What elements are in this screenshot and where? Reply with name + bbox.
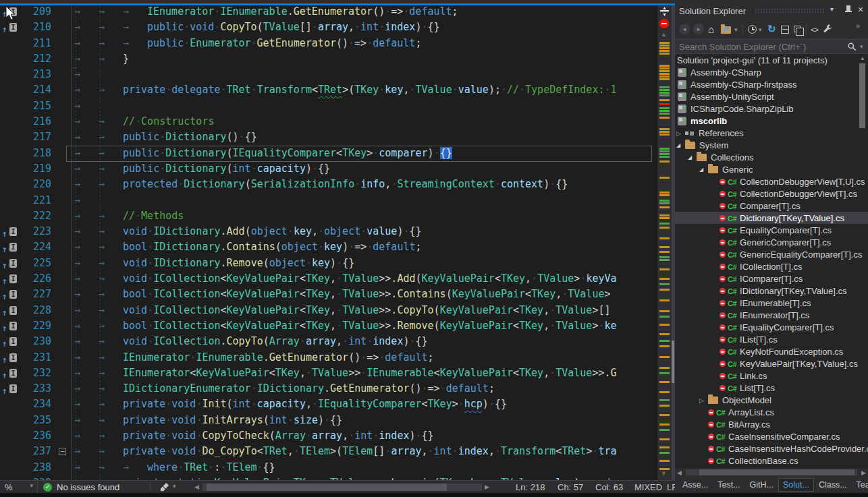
switch-views-button[interactable]: ⇄ [721,24,732,36]
code-line[interactable]: 234→→private·void·Init(int·capacity,·IEq… [0,397,657,412]
collapse-all-button[interactable] [781,24,789,36]
tree-item-file[interactable]: C#Comparer[T].cs [675,200,868,212]
tree-item-file[interactable]: C#BitArray.cs [675,418,868,430]
code-line[interactable]: 214→→private·delegate·TRet·Transform<TRe… [0,82,657,98]
tree-item-folder[interactable]: ◢System [675,139,868,151]
code-line[interactable]: ↑I230→→void·ICollection.CopyTo(Array·arr… [0,334,657,349]
tool-window-tab[interactable]: Tea... [852,478,868,492]
issues-status[interactable]: No issues found [57,482,119,492]
tree-item-folder[interactable]: ▷ObjectModel [675,394,868,406]
search-box[interactable]: Search Solution Explorer (Ctrl+¨) ▾ [675,39,868,54]
tree-item-file[interactable]: C#ICollection[T].cs [675,260,868,272]
scroll-up-icon[interactable]: ▲ [661,31,667,38]
tree-item-file[interactable]: C#IEnumerable[T].cs [675,297,868,309]
code-line[interactable]: ↑I210→→→public·void·CopyTo(TValue[]·arra… [0,20,657,35]
code-line[interactable]: 221→ [0,193,657,208]
code-line[interactable]: ↑I226→→void·ICollection<KeyValuePair<TKe… [0,271,657,287]
split-editor-grip-icon[interactable]: ▲▼ [658,6,671,18]
code-line[interactable]: ↑I233→→IDictionaryEnumerator·IDictionary… [0,381,657,397]
tree-item-file[interactable]: C#EqualityComparer[T].cs [675,224,868,236]
tree-item-file[interactable]: C#IEnumerator[T].cs [675,309,868,321]
tree-item[interactable]: mscorlib [675,115,868,127]
code-line[interactable]: ↑I209→→→IEnumerator·IEnumerable.GetEnume… [0,4,657,20]
code-line[interactable]: ↑I224→→bool·IDictionary.Contains(object·… [0,239,657,255]
toolbar-overflow-icon[interactable]: » [856,22,860,30]
tree-hscrollbar-thumb[interactable] [699,469,855,475]
expand-arrow-icon[interactable]: ▷ [676,127,685,140]
solution-explorer-header[interactable]: Solution Explorer ▾ × [675,0,868,20]
scroll-down-icon[interactable]: ▼ [661,470,667,477]
code-line[interactable]: 211→→→public·Enumerator·GetEnumerator()·… [0,36,657,51]
pending-changes-filter-button[interactable] [748,24,757,36]
view-code-button[interactable]: <> [811,24,818,36]
tree-item-file[interactable]: C#IList[T].cs [675,333,868,345]
chevron-down-icon[interactable]: ▾ [173,483,176,490]
tool-window-tab[interactable]: Test... [713,478,744,492]
tree-item[interactable]: Solution 'project-gui' (11 of 11 project… [675,54,868,66]
code-line[interactable]: 218→→public·Dictionary(IEqualityComparer… [0,146,657,161]
pin-icon[interactable] [844,5,852,15]
code-line[interactable]: 237−→→private·void·Do_CopyTo<TRet,·TElem… [0,444,657,459]
scrollbar-thumb[interactable] [672,341,674,383]
collapse-arrow-icon[interactable]: ◢ [688,152,697,164]
tree-item-file[interactable]: C#IComparer[T].cs [675,272,868,285]
code-line[interactable]: 220→→protected·Dictionary(SerializationI… [0,177,657,192]
window-position-chevron-icon[interactable]: ▾ [830,5,834,13]
scroll-left-icon[interactable]: ◀ [677,469,682,476]
tree-vertical-scrollbar[interactable]: ▲ [859,55,867,467]
tool-window-tab[interactable]: GitH... [745,478,778,492]
code-line[interactable]: 219→→public·Dictionary(int·capacity)·{} [0,161,657,177]
code-line[interactable]: ↑I228→→void·ICollection<KeyValuePair<TKe… [0,303,657,318]
tree-item[interactable]: Assembly-CSharp [675,66,868,78]
search-icon[interactable] [847,42,857,52]
scroll-up-icon[interactable]: ▲ [860,55,865,61]
code-line[interactable]: 217→→public·Dictionary()·{} [0,129,657,145]
home-button[interactable]: ⌂ [708,24,714,36]
tool-window-tab[interactable]: Asse... [678,478,713,492]
status-encoding[interactable]: MIXED [634,482,662,492]
code-line[interactable]: 213→ [0,67,657,82]
tree-item-file[interactable]: C#Link.cs [675,370,868,382]
code-line[interactable]: ↑I225→→void·IDictionary.Remove(object·ke… [0,256,657,271]
tree-item-file[interactable]: C#IDictionary[TKey,TValue].cs [675,285,868,297]
tree-item-file[interactable]: C#ArrayList.cs [675,406,868,418]
collapse-arrow-icon[interactable]: ◢ [676,140,685,152]
code-line[interactable]: 215→ [0,98,657,114]
tree-item[interactable]: Assembly-UnityScript [675,90,868,103]
collapse-arrow-icon[interactable]: ◢ [699,164,708,176]
tool-window-tab-active[interactable]: Solut... [778,478,814,492]
code-line[interactable]: ↑I231→→IEnumerator·IEnumerable.GetEnumer… [0,350,657,366]
back-button[interactable]: ◂ [679,24,690,34]
close-icon[interactable]: × [858,4,863,15]
code-line[interactable]: ↑I232→→IEnumerator<KeyValuePair<TKey,·TV… [0,366,657,381]
document-health-error-icon[interactable] [659,19,669,28]
show-all-files-button[interactable] [794,24,801,36]
code-line[interactable]: 212→→} [0,51,657,67]
tree-item-file[interactable]: C#Dictionary[TKey,TValue].cs [675,212,868,224]
tool-window-tab[interactable]: Class... [814,478,852,492]
horizontal-scrollbar[interactable] [202,484,482,491]
tree-item-file[interactable]: C#KeyValuePair[TKey,TValue].cs [675,357,868,370]
code-editor[interactable]: ↑I209→→→IEnumerator·IEnumerable.GetEnume… [0,0,675,480]
tree-item-folder[interactable]: ▷References [675,127,868,139]
refresh-button[interactable]: ↻ [767,24,776,36]
chevron-down-icon[interactable]: ▾ [860,43,863,50]
scroll-right-icon[interactable]: ▶ [485,484,489,490]
code-line[interactable]: 216→→//·Constructors [0,114,657,129]
tree-scrollbar-thumb[interactable] [859,63,865,128]
forward-button[interactable]: ▸ [693,24,704,34]
tree-item-file[interactable]: C#KeyNotFoundException.cs [675,345,868,357]
tree-item-folder[interactable]: ◢Generic [675,163,868,175]
chevron-down-icon[interactable]: ▾ [734,26,738,38]
tree-item-file[interactable]: C#IEqualityComparer[T].cs [675,321,868,333]
code-line[interactable]: ↑I223→→void·IDictionary.Add(object·key,·… [0,224,657,239]
horizontal-scrollbar-thumb[interactable] [207,484,447,491]
code-line[interactable]: 238→→→where·TRet·:·TElem·{} [0,460,657,475]
code-line[interactable]: 236→→private·void·CopyToCheck(Array·arra… [0,428,657,444]
tree-item-file[interactable]: C#List[T].cs [675,382,868,394]
tree-item-folder[interactable]: ◢Collections [675,151,868,163]
scroll-left-icon[interactable]: ◀ [194,484,199,490]
tree-item[interactable]: ICSharpCode.SharpZipLib [675,103,868,115]
code-line[interactable]: 222→→//·Methods [0,208,657,224]
tree-item-file[interactable]: C#GenericEqualityComparer[T].cs [675,248,868,260]
